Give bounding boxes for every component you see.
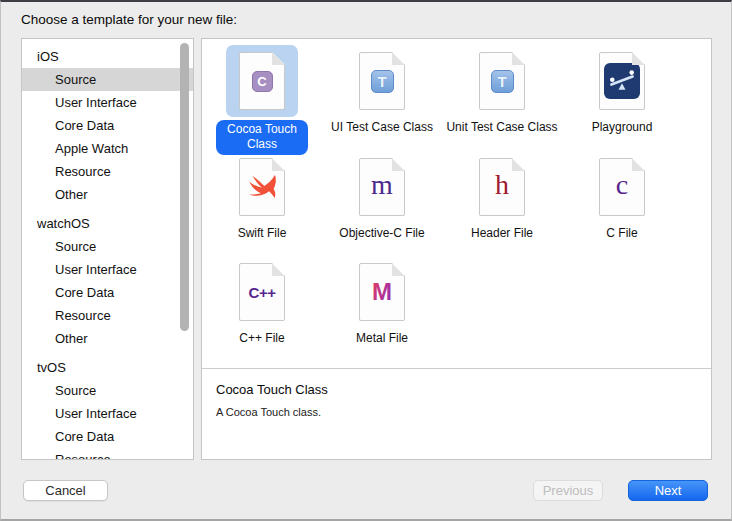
sidebar-item-watchos-user-interface[interactable]: User Interface: [22, 258, 193, 281]
sidebar-item-ios-apple-watch[interactable]: Apple Watch: [22, 137, 193, 160]
template-metal-file[interactable]: M Metal File: [322, 256, 442, 346]
template-label: C File: [562, 226, 682, 241]
sidebar-item-tvos-source[interactable]: Source: [22, 379, 193, 402]
class-c-badge-icon: C: [252, 71, 273, 92]
cocoa-touch-class-icon: C: [239, 52, 285, 110]
template-label: Objective-C File: [322, 226, 442, 241]
template-objective-c-file[interactable]: m Objective-C File: [322, 151, 442, 241]
template-label-selected: Cocoa Touch Class: [216, 120, 308, 155]
description-title: Cocoa Touch Class: [216, 382, 697, 397]
cpp-glyph: C++: [249, 284, 276, 301]
description-text: A Cocoa Touch class.: [216, 406, 697, 418]
sidebar-header-ios: iOS: [22, 45, 193, 68]
dialog-title: Choose a template for your new file:: [21, 12, 237, 27]
test-t-badge-icon: T: [491, 70, 514, 93]
swift-bird-icon: [239, 158, 285, 216]
sidebar-item-ios-core-data[interactable]: Core Data: [22, 114, 193, 137]
sidebar-item-ios-user-interface[interactable]: User Interface: [22, 91, 193, 114]
ui-test-case-icon: T: [359, 52, 405, 110]
sidebar-scrollbar[interactable]: [180, 43, 189, 331]
svg-text:M: M: [372, 278, 392, 305]
template-label: UI Test Case Class: [322, 120, 442, 135]
sidebar-header-tvos: tvOS: [22, 356, 193, 379]
template-unit-test-case-class[interactable]: T Unit Test Case Class: [442, 45, 562, 135]
playground-seesaw-icon: [599, 52, 645, 110]
sidebar-item-watchos-resource[interactable]: Resource: [22, 304, 193, 327]
template-pane: C Cocoa Touch Class T UI Test Case Class…: [201, 38, 712, 460]
template-header-file[interactable]: h Header File: [442, 151, 562, 241]
template-label: Swift File: [202, 226, 322, 241]
sidebar-item-tvos-core-data[interactable]: Core Data: [22, 425, 193, 448]
next-button[interactable]: Next: [628, 480, 708, 501]
c-file-icon: c: [599, 158, 645, 216]
template-playground[interactable]: Playground: [562, 45, 682, 135]
sidebar-header-watchos: watchOS: [22, 212, 193, 235]
unit-test-case-icon: T: [479, 52, 525, 110]
header-file-icon: h: [479, 158, 525, 216]
template-cpp-file[interactable]: C++ C++ File: [202, 256, 322, 346]
template-swift-file[interactable]: Swift File: [202, 151, 322, 241]
category-sidebar: iOS Source User Interface Core Data Appl…: [21, 38, 194, 460]
cancel-button[interactable]: Cancel: [23, 480, 108, 501]
template-ui-test-case-class[interactable]: T UI Test Case Class: [322, 45, 442, 135]
sidebar-item-watchos-source[interactable]: Source: [22, 235, 193, 258]
metal-file-icon: M: [359, 263, 405, 321]
cpp-file-icon: C++: [239, 263, 285, 321]
sidebar-item-ios-other[interactable]: Other: [22, 183, 193, 206]
sidebar-item-watchos-core-data[interactable]: Core Data: [22, 281, 193, 304]
sidebar-item-tvos-resource[interactable]: Resource: [22, 448, 193, 460]
selected-icon-highlight: C: [226, 45, 298, 117]
template-label: Unit Test Case Class: [442, 120, 562, 135]
template-c-file[interactable]: c C File: [562, 151, 682, 241]
c-glyph: c: [616, 171, 628, 199]
sidebar-item-ios-resource[interactable]: Resource: [22, 160, 193, 183]
template-label: Metal File: [322, 331, 442, 346]
sidebar-item-tvos-user-interface[interactable]: User Interface: [22, 402, 193, 425]
previous-button[interactable]: Previous: [533, 480, 603, 501]
header-h-glyph: h: [495, 171, 509, 199]
template-cocoa-touch-class[interactable]: C Cocoa Touch Class: [202, 45, 322, 155]
template-label: Playground: [562, 120, 682, 135]
objc-m-glyph: m: [371, 171, 393, 199]
sidebar-item-ios-source[interactable]: Source: [22, 68, 193, 91]
template-label: Header File: [442, 226, 562, 241]
template-grid: C Cocoa Touch Class T UI Test Case Class…: [202, 39, 711, 368]
new-file-template-dialog: Choose a template for your new file: iOS…: [0, 0, 732, 521]
objective-c-icon: m: [359, 158, 405, 216]
template-description-panel: Cocoa Touch Class A Cocoa Touch class.: [202, 368, 711, 459]
sidebar-item-watchos-other[interactable]: Other: [22, 327, 193, 350]
template-label: C++ File: [202, 331, 322, 346]
test-t-badge-icon: T: [371, 70, 394, 93]
